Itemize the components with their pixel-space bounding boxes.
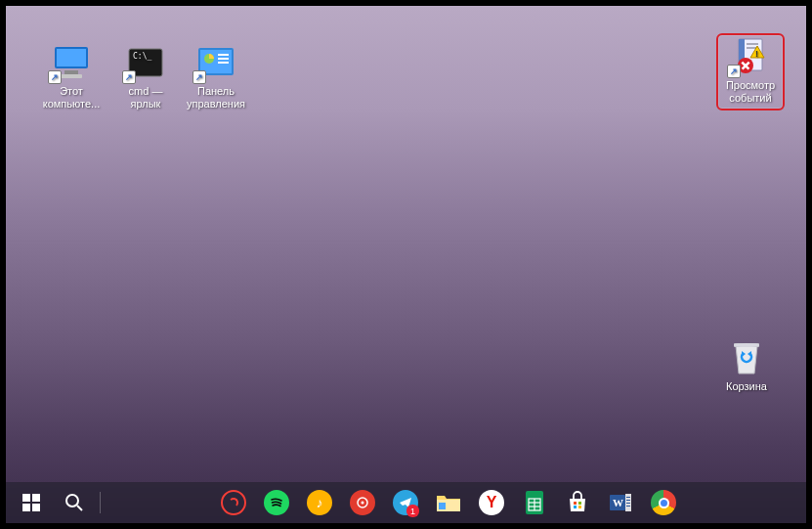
control-panel-icon bbox=[194, 43, 237, 82]
taskbar-app-yandex[interactable]: Y bbox=[470, 482, 513, 523]
svg-point-29 bbox=[66, 495, 78, 507]
svg-rect-26 bbox=[32, 494, 40, 502]
svg-rect-50 bbox=[626, 506, 630, 507]
svg-rect-48 bbox=[626, 500, 630, 501]
monitor-icon bbox=[50, 43, 93, 82]
svg-rect-11 bbox=[218, 62, 229, 64]
search-icon bbox=[64, 493, 84, 512]
svg-rect-34 bbox=[439, 503, 446, 509]
start-button[interactable] bbox=[10, 482, 53, 523]
spotify-icon bbox=[264, 490, 289, 515]
taskbar-app-word[interactable]: W bbox=[599, 482, 642, 523]
chrome-icon bbox=[651, 490, 676, 515]
folder-icon bbox=[436, 492, 461, 513]
sheets-icon bbox=[525, 490, 544, 515]
desktop-icon-cmd[interactable]: C:\_ cmd — ярлык bbox=[111, 41, 180, 112]
svg-rect-28 bbox=[32, 504, 40, 511]
svg-text:!: ! bbox=[755, 49, 758, 59]
svg-rect-25 bbox=[22, 494, 30, 502]
taskbar-app-explorer[interactable] bbox=[427, 482, 470, 523]
svg-rect-3 bbox=[61, 74, 82, 78]
desktop-icon-recycle-bin[interactable]: Корзина bbox=[712, 336, 781, 395]
taskbar-app-chrome[interactable] bbox=[642, 482, 685, 523]
taskbar-app-store[interactable] bbox=[556, 482, 599, 523]
desktop-icon-label: cmd — ярлык bbox=[113, 85, 178, 110]
music-icon: ♪ bbox=[307, 490, 332, 515]
taskbar-app-pocketcasts[interactable] bbox=[212, 482, 255, 523]
desktop-icon-label: Просмотр событий bbox=[720, 79, 781, 105]
taskbar-app-music[interactable]: ♪ bbox=[298, 482, 341, 523]
taskbar-app-torrent[interactable] bbox=[341, 482, 384, 523]
svg-line-30 bbox=[77, 506, 82, 510]
event-viewer-icon: ! bbox=[729, 37, 772, 76]
notification-badge: 1 bbox=[406, 505, 419, 517]
taskbar-app-sheets[interactable] bbox=[513, 482, 556, 523]
store-icon bbox=[566, 491, 589, 514]
svg-rect-10 bbox=[218, 58, 229, 60]
svg-rect-1 bbox=[57, 49, 86, 66]
svg-rect-43 bbox=[578, 506, 581, 508]
search-button[interactable] bbox=[53, 482, 96, 523]
svg-point-22 bbox=[734, 343, 759, 347]
word-icon: W bbox=[609, 491, 632, 514]
svg-rect-49 bbox=[626, 503, 630, 504]
desktop-icon-label: Этот компьюте... bbox=[39, 85, 104, 110]
svg-rect-42 bbox=[574, 506, 577, 508]
yandex-icon: Y bbox=[479, 490, 504, 515]
desktop-icon-label: Корзина bbox=[714, 380, 779, 393]
cmd-icon: C:\_ bbox=[124, 43, 167, 82]
svg-rect-9 bbox=[218, 54, 229, 56]
svg-rect-2 bbox=[64, 70, 78, 74]
svg-rect-47 bbox=[626, 497, 630, 498]
svg-point-32 bbox=[362, 502, 364, 505]
taskbar: ♪ 1 Y bbox=[6, 482, 806, 523]
recycle-bin-icon bbox=[725, 338, 768, 377]
taskbar-separator bbox=[100, 492, 101, 513]
desktop-area[interactable]: Этот компьюте... C:\_ cmd — ярлык bbox=[6, 6, 806, 523]
svg-rect-41 bbox=[578, 502, 581, 505]
svg-text:W: W bbox=[613, 497, 623, 508]
desktop-icon-label: Панель управления bbox=[184, 85, 248, 110]
svg-rect-14 bbox=[747, 43, 758, 45]
svg-rect-40 bbox=[574, 502, 577, 505]
desktop-icon-this-pc[interactable]: Этот компьюте... bbox=[37, 41, 106, 112]
taskbar-app-spotify[interactable] bbox=[255, 482, 298, 523]
svg-rect-27 bbox=[22, 504, 30, 511]
torrent-icon bbox=[350, 490, 375, 515]
pocketcasts-icon bbox=[221, 490, 246, 515]
desktop-icon-event-viewer[interactable]: ! Просмотр событий bbox=[716, 33, 785, 110]
taskbar-app-telegram[interactable]: 1 bbox=[384, 482, 427, 523]
windows-logo-icon bbox=[22, 494, 40, 511]
svg-text:C:\_: C:\_ bbox=[133, 52, 151, 61]
desktop-icon-control-panel[interactable]: Панель управления bbox=[182, 41, 250, 112]
